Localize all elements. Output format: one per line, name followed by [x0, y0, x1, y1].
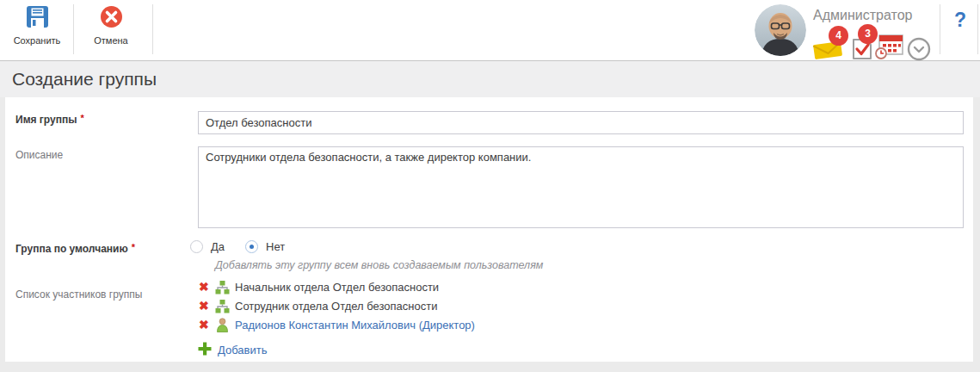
default-group-hint: Добавлять эту группу всем вновь создавае…	[215, 259, 543, 271]
radio-label-no: Нет	[266, 240, 285, 253]
group-name-label: Имя группы*	[15, 114, 84, 126]
toolbar-separator	[977, 4, 978, 54]
radio-label-yes: Да	[211, 240, 225, 253]
page-title: Создание группы	[0, 61, 980, 97]
person-icon	[215, 318, 230, 332]
remove-member-icon[interactable]: ✖	[199, 299, 213, 313]
radio-circle-no[interactable]	[245, 240, 258, 253]
radio-option-yes[interactable]: Да	[190, 240, 225, 253]
toolbar-separator	[152, 4, 153, 54]
save-button-label: Сохранить	[1, 35, 73, 46]
member-name: Сотрудник отдела Отдел безопасности	[235, 300, 437, 313]
member-name-link[interactable]: Радионов Константин Михайлович (Директор…	[235, 319, 475, 332]
group-name-input[interactable]	[198, 111, 964, 134]
radio-option-no[interactable]: Нет	[245, 240, 285, 253]
org-unit-icon	[215, 280, 230, 294]
messages-badge[interactable]: 4	[829, 26, 848, 46]
help-button[interactable]: ?	[949, 9, 971, 32]
cancel-button[interactable]: Отмена	[75, 3, 147, 57]
add-member-button[interactable]: Добавить	[198, 342, 267, 358]
toolbar-separator	[73, 4, 74, 54]
radio-circle-yes[interactable]	[190, 240, 203, 253]
calendar-icon[interactable]	[874, 33, 905, 64]
remove-member-icon[interactable]: ✖	[199, 280, 213, 294]
user-name: Администратор	[813, 8, 912, 23]
description-label: Описание	[15, 149, 63, 161]
cancel-button-label: Отмена	[75, 35, 147, 46]
add-member-label: Добавить	[218, 344, 267, 356]
required-asterisk: *	[132, 242, 135, 252]
description-textarea[interactable]: Сотрудники отдела безопасности, а также …	[198, 146, 964, 228]
tasks-badge[interactable]: 3	[858, 24, 878, 44]
member-name: Начальник отдела Отдел безопасности	[235, 281, 439, 294]
member-row: ✖ Начальник отдела Отдел безопасности	[199, 277, 475, 296]
default-group-radio-group: Да Нет	[190, 240, 305, 253]
toolbar-separator	[940, 4, 940, 54]
member-row: ✖ Сотрудник отдела Отдел безопасности	[199, 296, 475, 315]
user-avatar[interactable]	[755, 4, 806, 56]
title-bar: Создание группы	[0, 61, 980, 97]
members-label: Список участников группы	[15, 288, 142, 301]
save-icon	[26, 16, 49, 31]
members-list: ✖ Начальник отдела Отдел безопасности ✖	[199, 277, 475, 334]
save-button[interactable]: Сохранить	[1, 3, 73, 57]
plus-icon	[198, 342, 212, 358]
org-unit-icon	[215, 299, 230, 313]
cancel-icon	[100, 16, 123, 31]
create-group-form: Имя группы* Описание Сотрудники отдела б…	[5, 97, 973, 362]
required-asterisk: *	[80, 113, 83, 123]
member-row: ✖ Радионов Константин Михайлович (Директ…	[199, 315, 475, 334]
remove-member-icon[interactable]: ✖	[199, 318, 213, 332]
toolbar: Сохранить Отмена	[0, 0, 980, 61]
default-group-label: Группа по умолчанию*	[15, 243, 135, 255]
